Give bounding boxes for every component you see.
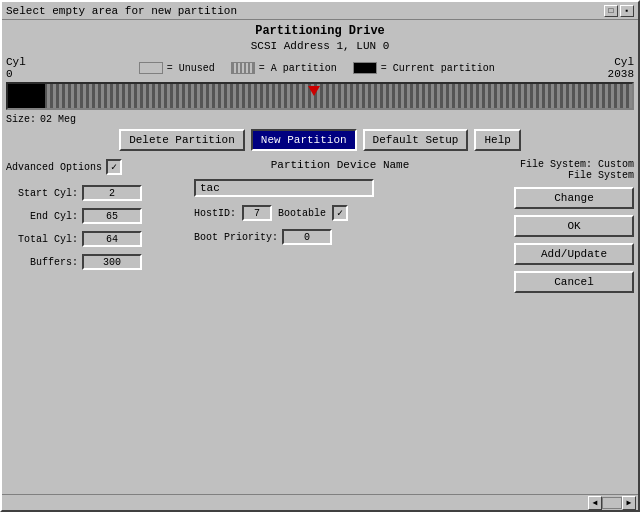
start-cyl-row: Start Cyl:	[6, 185, 186, 201]
main-title: Partitioning Drive	[6, 24, 634, 38]
advanced-options-row: Advanced Options ✓	[6, 159, 186, 175]
center-panel: Partition Device Name HostID: Bootable ✓…	[194, 159, 486, 490]
advanced-label: Advanced Options	[6, 162, 102, 173]
partition-device-input[interactable]	[194, 179, 374, 197]
legend-current: = Current partition	[353, 62, 495, 74]
legend-unused-box	[139, 62, 163, 74]
hostid-input[interactable]	[242, 205, 272, 221]
cyl-right-label: Cyl 2038	[608, 56, 634, 80]
total-cyl-label: Total Cyl:	[6, 234, 78, 245]
lower-section: Advanced Options ✓ Start Cyl: End Cyl: T…	[6, 159, 634, 490]
advanced-checkbox[interactable]: ✓	[106, 159, 122, 175]
scroll-thumb[interactable]	[602, 497, 622, 509]
bootable-checkbox[interactable]: ✓	[332, 205, 348, 221]
partition-device-label: Partition Device Name	[194, 159, 486, 171]
boot-priority-label: Boot Priority:	[194, 232, 278, 243]
title-bar-buttons: □ ▪	[604, 5, 634, 17]
content-area: Partitioning Drive SCSI Address 1, LUN 0…	[2, 20, 638, 494]
legend-partition: = A partition	[231, 62, 337, 74]
cyl-left-label: Cyl 0	[6, 56, 26, 80]
legend-unused: = Unused	[139, 62, 215, 74]
legend-partition-box	[231, 62, 255, 74]
cyl-top-row: Cyl 0 = Unused = A partition = Current p…	[6, 56, 634, 80]
drive-bar[interactable]	[6, 82, 634, 110]
delete-partition-button[interactable]: Delete Partition	[119, 129, 245, 151]
new-partition-button[interactable]: New Partition	[251, 129, 357, 151]
hostid-row: HostID: Bootable ✓	[194, 205, 486, 221]
right-panel: File System: Custom File System Change O…	[494, 159, 634, 490]
help-button[interactable]: Help	[474, 129, 520, 151]
drive-bar-hatched	[8, 84, 632, 108]
scroll-right-button[interactable]: ▶	[622, 496, 636, 510]
total-cyl-input[interactable]	[82, 231, 142, 247]
left-panel: Advanced Options ✓ Start Cyl: End Cyl: T…	[6, 159, 186, 490]
buttons-row: Delete Partition New Partition Default S…	[6, 129, 634, 151]
ok-button[interactable]: OK	[514, 215, 634, 237]
fs-label: File System: Custom File System	[494, 159, 634, 181]
buffers-input[interactable]	[82, 254, 142, 270]
scroll-left-button[interactable]: ◀	[588, 496, 602, 510]
boot-priority-input[interactable]	[282, 229, 332, 245]
hostid-label: HostID:	[194, 208, 236, 219]
maximize-button[interactable]: ▪	[620, 5, 634, 17]
end-cyl-row: End Cyl:	[6, 208, 186, 224]
bootable-label: Bootable	[278, 208, 326, 219]
size-value: 02 Meg	[40, 114, 76, 125]
size-row: Size: 02 Meg	[6, 114, 634, 125]
title-bar: Select empty area for new partition □ ▪	[2, 2, 638, 20]
change-button[interactable]: Change	[514, 187, 634, 209]
boot-priority-row: Boot Priority:	[194, 229, 486, 245]
buffers-label: Buffers:	[6, 257, 78, 268]
main-window: Select empty area for new partition □ ▪ …	[0, 0, 640, 512]
sub-title: SCSI Address 1, LUN 0	[6, 40, 634, 52]
add-update-button[interactable]: Add/Update	[514, 243, 634, 265]
start-cyl-label: Start Cyl:	[6, 188, 78, 199]
total-cyl-row: Total Cyl:	[6, 231, 186, 247]
horizontal-scrollbar: ◀ ▶	[588, 495, 636, 511]
buffers-row: Buffers:	[6, 254, 186, 270]
default-setup-button[interactable]: Default Setup	[363, 129, 469, 151]
drive-bar-cursor	[308, 86, 320, 96]
size-label: Size:	[6, 114, 36, 125]
start-cyl-input[interactable]	[82, 185, 142, 201]
end-cyl-label: End Cyl:	[6, 211, 78, 222]
minimize-button[interactable]: □	[604, 5, 618, 17]
title-bar-text: Select empty area for new partition	[6, 5, 237, 17]
cancel-button[interactable]: Cancel	[514, 271, 634, 293]
legend-current-box	[353, 62, 377, 74]
statusbar: ◀ ▶	[2, 494, 638, 510]
drive-bar-used	[8, 84, 45, 108]
end-cyl-input[interactable]	[82, 208, 142, 224]
